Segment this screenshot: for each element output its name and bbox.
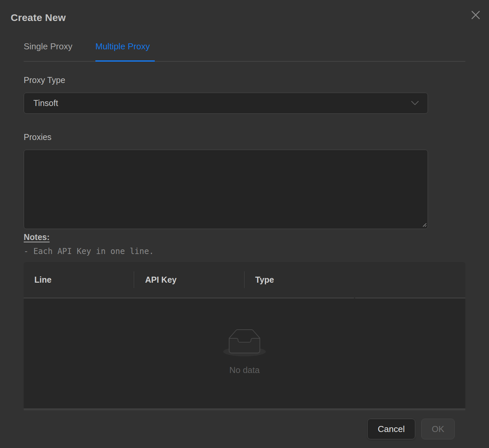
column-header-api-key: API Key (145, 262, 176, 298)
cancel-button[interactable]: Cancel (367, 419, 415, 439)
table-body: No data (24, 298, 465, 408)
empty-inbox-icon (223, 329, 266, 356)
proxies-label: Proxies (24, 132, 51, 142)
column-separator (244, 271, 245, 288)
column-separator (134, 271, 134, 288)
column-header-line: Line (34, 262, 51, 298)
tab-single-proxy[interactable]: Single Proxy (24, 41, 72, 53)
proxies-field-wrapper (24, 150, 428, 229)
tab-multiple-proxy[interactable]: Multiple Proxy (95, 41, 150, 53)
close-button[interactable] (468, 8, 483, 22)
no-data-text: No data (229, 365, 260, 375)
ok-button[interactable]: OK (421, 419, 455, 439)
close-icon (471, 10, 480, 20)
table-header: Line API Key Type (24, 262, 465, 298)
dialog-title: Create New (11, 12, 66, 23)
notes-line: - Each API Key in one line. (24, 247, 154, 256)
proxy-type-label: Proxy Type (24, 75, 65, 85)
proxies-textarea[interactable] (24, 150, 428, 229)
table-horizontal-scrollbar[interactable] (24, 408, 465, 410)
api-keys-table: Line API Key Type (24, 262, 465, 410)
notes-heading: Notes: (24, 232, 50, 242)
tabs-divider (24, 61, 465, 62)
proxy-type-select[interactable]: Tinsoft (24, 93, 428, 114)
create-new-dialog: Create New Single Proxy Multiple Proxy P… (0, 0, 489, 448)
column-header-type: Type (255, 262, 274, 298)
empty-state: No data (24, 298, 465, 408)
proxy-type-selected-value: Tinsoft (33, 98, 411, 108)
active-tab-indicator (95, 60, 155, 62)
chevron-down-icon (411, 101, 419, 106)
